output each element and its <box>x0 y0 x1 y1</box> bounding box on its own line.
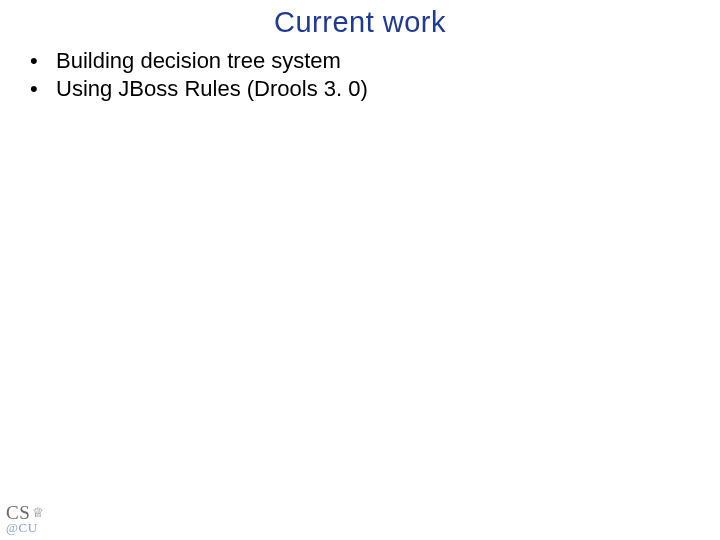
bullet-icon: • <box>24 75 56 103</box>
footer-logo: CS ♕ @CU <box>6 503 45 534</box>
slide: Current work • Building decision tree sy… <box>0 0 720 540</box>
slide-title: Current work <box>0 0 720 47</box>
crown-icon: ♕ <box>32 506 45 519</box>
slide-body: • Building decision tree system • Using … <box>0 47 720 103</box>
bullet-list: • Building decision tree system • Using … <box>24 47 696 103</box>
bullet-text: Using JBoss Rules (Drools 3. 0) <box>56 75 368 103</box>
logo-bottom-line: @CU <box>6 521 45 534</box>
bullet-icon: • <box>24 47 56 75</box>
bullet-text: Building decision tree system <box>56 47 341 75</box>
list-item: • Building decision tree system <box>24 47 696 75</box>
list-item: • Using JBoss Rules (Drools 3. 0) <box>24 75 696 103</box>
